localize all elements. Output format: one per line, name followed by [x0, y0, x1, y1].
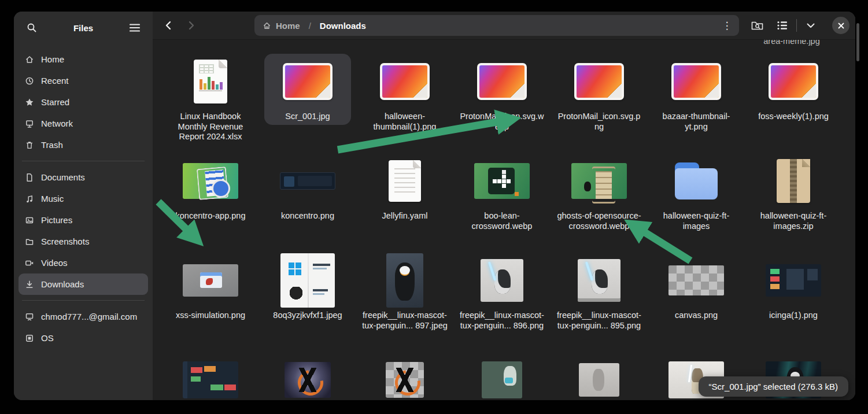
- t-xorg2-icon: [386, 362, 424, 398]
- file-thumbnail: [264, 253, 351, 308]
- file-item[interactable]: halloween-quiz-ft-images: [653, 153, 740, 234]
- i-folder-icon: [673, 162, 720, 199]
- sidebar-item-label: Network: [41, 119, 73, 128]
- selection-status-toast: “Scr_001.jpg” selected (276.3 kB): [699, 376, 848, 397]
- file-item[interactable]: freepik__linux-mascot-tux-penguin... 896…: [459, 253, 545, 334]
- sidebar-divider: [22, 161, 145, 161]
- sidebar-item-recent[interactable]: Recent: [19, 70, 148, 91]
- file-item[interactable]: ProtonMail_icon.svg.png: [556, 54, 642, 135]
- file-label: ProtonMail_icon.svg.webp: [459, 112, 545, 135]
- t-xorg1-icon: [285, 362, 331, 398]
- path-menu-button[interactable]: ⋮: [718, 20, 736, 32]
- file-item[interactable]: canvas.png: [653, 253, 740, 324]
- sidebar-item-starred[interactable]: Starred: [19, 91, 148, 113]
- file-thumbnail: [556, 253, 642, 308]
- file-label: halloween-quiz-ft-images.zip: [750, 211, 837, 234]
- file-item[interactable]: koncentro-app.png: [167, 153, 254, 224]
- file-thumbnail: [264, 352, 351, 400]
- sidebar-item-label: Trash: [41, 140, 63, 150]
- t-pale-icon: [579, 363, 619, 397]
- file-item[interactable]: [459, 352, 545, 400]
- chevron-down-icon: [807, 23, 815, 28]
- view-options-dropdown[interactable]: [801, 16, 821, 35]
- list-view-button[interactable]: [773, 16, 792, 35]
- file-label: ProtonMail_icon.svg.png: [556, 112, 642, 135]
- file-label: canvas.png: [653, 310, 740, 324]
- sidebar-item-os[interactable]: OS: [19, 327, 148, 349]
- sidebar-item-videos[interactable]: Videos: [19, 252, 148, 273]
- file-item[interactable]: xss-simulation.png: [167, 253, 254, 324]
- sidebar-item-screenshots[interactable]: Screenshots: [19, 231, 148, 252]
- file-item[interactable]: [264, 352, 351, 400]
- sidebar-item-network[interactable]: Network: [19, 113, 148, 134]
- file-item[interactable]: koncentro.png: [264, 153, 351, 224]
- file-item[interactable]: [361, 352, 448, 400]
- file-item[interactable]: ghosts-of-opensource-crossword.webp: [556, 153, 642, 234]
- file-item[interactable]: freepik__linux-mascot-tux-penguin... 897…: [361, 253, 448, 334]
- file-item[interactable]: halloween-thumbnail(1).png: [361, 54, 448, 135]
- file-label: ghosts-of-opensource-crossword.webp: [556, 211, 642, 234]
- file-thumbnail: [361, 54, 448, 109]
- forward-button[interactable]: [182, 16, 201, 35]
- file-item[interactable]: ProtonMail_icon.svg.webp: [459, 54, 545, 135]
- file-item[interactable]: [556, 352, 642, 400]
- close-icon: [838, 23, 844, 29]
- file-item[interactable]: Jellyfin.yaml: [361, 153, 448, 224]
- sidebar-item-downloads[interactable]: Downloads: [19, 273, 148, 295]
- files-window: Files HomeRecentStarredNetworkTrash Docu…: [14, 12, 855, 400]
- t-winlinux-icon: [280, 253, 335, 308]
- file-thumbnail: [361, 253, 448, 308]
- trash-icon: [24, 140, 34, 150]
- file-thumbnail: [167, 153, 254, 209]
- file-item[interactable]: Linux Handbook Monthly Revenue Report 20…: [167, 54, 254, 145]
- file-thumbnail: [459, 253, 545, 308]
- file-label: xss-simulation.png: [167, 310, 254, 324]
- breadcrumb-home[interactable]: Home: [263, 21, 300, 31]
- os-icon: [24, 333, 34, 343]
- scrollbar-thumb[interactable]: [856, 23, 859, 61]
- close-window-button[interactable]: [832, 17, 849, 34]
- view-toggle-group: [773, 16, 821, 35]
- sidebar-item-chmod777-gmail-com[interactable]: chmod777...@gmail.com: [19, 306, 148, 327]
- file-thumbnail: [653, 54, 740, 109]
- sidebar-item-documents[interactable]: Documents: [19, 167, 148, 188]
- breadcrumb-current[interactable]: Downloads: [320, 21, 366, 31]
- file-thumbnail: [361, 352, 448, 400]
- file-label: icinga(1).png: [750, 310, 837, 324]
- sidebar-item-pictures[interactable]: Pictures: [19, 209, 148, 231]
- downloads-icon: [24, 279, 34, 289]
- search-location-button[interactable]: [747, 16, 767, 35]
- file-item[interactable]: bazaar-thumbnail-yt.png: [653, 54, 740, 135]
- file-item-selected[interactable]: Scr_001.jpg: [264, 54, 351, 125]
- search-button[interactable]: [22, 18, 42, 38]
- sidebar-item-trash[interactable]: Trash: [19, 134, 148, 156]
- sidebar-item-label: Music: [41, 194, 64, 204]
- file-item[interactable]: halloween-quiz-ft-images.zip: [750, 153, 837, 234]
- sidebar: Files HomeRecentStarredNetworkTrash Docu…: [14, 12, 153, 400]
- sidebar-item-music[interactable]: Music: [19, 188, 148, 209]
- back-button[interactable]: [158, 16, 178, 35]
- t-cw2-icon: [571, 163, 627, 199]
- file-item[interactable]: freepik__linux-mascot-tux-penguin... 895…: [556, 253, 642, 334]
- sidebar-places-list: HomeRecentStarredNetworkTrash: [14, 44, 153, 156]
- sidebar-item-home[interactable]: Home: [19, 49, 148, 70]
- file-item[interactable]: boo-lean-crossword.webp: [459, 153, 545, 234]
- menu-button[interactable]: [125, 18, 145, 38]
- file-thumbnail: [556, 352, 642, 400]
- file-item[interactable]: [167, 352, 254, 400]
- home-icon: [24, 54, 34, 64]
- starred-icon: [24, 97, 34, 107]
- t-cw1-icon: [474, 163, 530, 199]
- file-item[interactable]: 8oq3yzjkvfxf1.jpeg: [264, 253, 351, 324]
- t-koncentro-app-icon: [183, 163, 238, 199]
- file-item[interactable]: foss-weekly(1).png: [750, 54, 837, 125]
- file-thumbnail: [750, 54, 837, 109]
- file-thumbnail: [361, 153, 448, 209]
- file-item[interactable]: icinga(1).png: [750, 253, 837, 324]
- file-label: Jellyfin.yaml: [361, 211, 448, 224]
- i-image-icon: [671, 63, 721, 100]
- file-label: Scr_001.jpg: [264, 112, 351, 125]
- file-thumbnail: [459, 153, 545, 209]
- view-toggle-separator: [796, 19, 797, 32]
- file-thumbnail: [459, 352, 545, 400]
